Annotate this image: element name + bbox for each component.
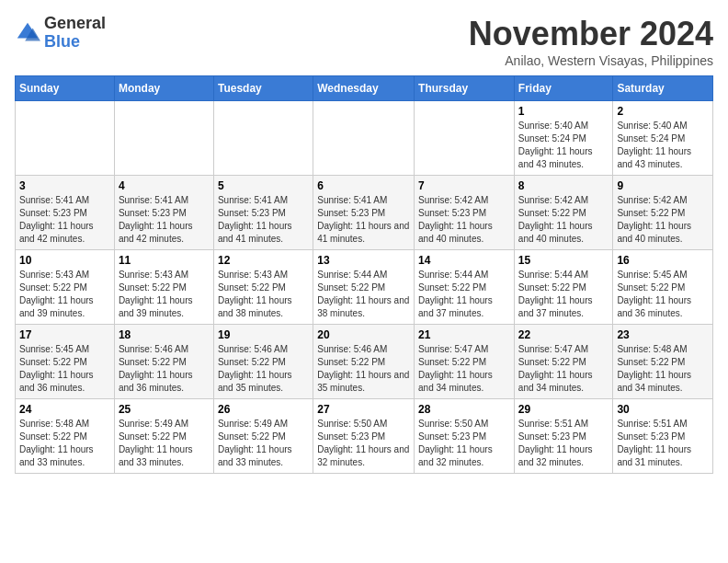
day-info: Sunrise: 5:42 AM Sunset: 5:22 PM Dayligh… bbox=[617, 194, 709, 246]
day-number: 2 bbox=[617, 105, 709, 118]
day-number: 14 bbox=[418, 254, 510, 267]
day-number: 22 bbox=[518, 328, 609, 341]
day-number: 4 bbox=[119, 179, 210, 192]
day-info: Sunrise: 5:50 AM Sunset: 5:23 PM Dayligh… bbox=[418, 418, 510, 469]
day-info: Sunrise: 5:48 AM Sunset: 5:22 PM Dayligh… bbox=[19, 418, 110, 469]
day-info: Sunrise: 5:40 AM Sunset: 5:24 PM Dayligh… bbox=[518, 120, 609, 171]
day-number: 29 bbox=[518, 403, 609, 416]
calendar-cell bbox=[415, 101, 515, 176]
title-area: November 2024 Anilao, Western Visayas, P… bbox=[469, 15, 713, 68]
day-number: 3 bbox=[19, 179, 110, 192]
calendar-cell: 20Sunrise: 5:46 AM Sunset: 5:22 PM Dayli… bbox=[313, 325, 415, 399]
calendar-cell bbox=[114, 101, 213, 176]
calendar-cell: 11Sunrise: 5:43 AM Sunset: 5:22 PM Dayli… bbox=[114, 250, 213, 325]
day-number: 26 bbox=[218, 403, 309, 416]
logo-icon bbox=[15, 20, 40, 46]
weekday-header-row: SundayMondayTuesdayWednesdayThursdayFrid… bbox=[16, 76, 713, 101]
calendar-cell: 30Sunrise: 5:51 AM Sunset: 5:23 PM Dayli… bbox=[613, 399, 713, 474]
day-info: Sunrise: 5:43 AM Sunset: 5:22 PM Dayligh… bbox=[218, 269, 309, 320]
day-info: Sunrise: 5:49 AM Sunset: 5:22 PM Dayligh… bbox=[218, 418, 309, 469]
day-number: 11 bbox=[119, 254, 210, 267]
week-row-2: 3Sunrise: 5:41 AM Sunset: 5:23 PM Daylig… bbox=[16, 176, 713, 250]
day-info: Sunrise: 5:44 AM Sunset: 5:22 PM Dayligh… bbox=[518, 269, 609, 320]
logo-general: General bbox=[44, 15, 106, 33]
day-number: 10 bbox=[19, 254, 110, 267]
weekday-header-thursday: Thursday bbox=[415, 76, 515, 101]
weekday-header-tuesday: Tuesday bbox=[213, 76, 313, 101]
calendar-cell bbox=[213, 101, 313, 176]
calendar-cell: 26Sunrise: 5:49 AM Sunset: 5:22 PM Dayli… bbox=[213, 399, 313, 474]
day-info: Sunrise: 5:49 AM Sunset: 5:22 PM Dayligh… bbox=[119, 418, 210, 469]
day-info: Sunrise: 5:46 AM Sunset: 5:22 PM Dayligh… bbox=[218, 343, 309, 395]
calendar-cell: 2Sunrise: 5:40 AM Sunset: 5:24 PM Daylig… bbox=[613, 101, 713, 176]
day-info: Sunrise: 5:40 AM Sunset: 5:24 PM Dayligh… bbox=[617, 120, 709, 171]
day-number: 8 bbox=[518, 179, 609, 192]
day-number: 5 bbox=[218, 179, 309, 192]
day-info: Sunrise: 5:47 AM Sunset: 5:22 PM Dayligh… bbox=[518, 343, 609, 395]
calendar-cell: 23Sunrise: 5:48 AM Sunset: 5:22 PM Dayli… bbox=[613, 325, 713, 399]
day-info: Sunrise: 5:41 AM Sunset: 5:23 PM Dayligh… bbox=[218, 194, 309, 246]
day-number: 12 bbox=[218, 254, 309, 267]
calendar-cell: 18Sunrise: 5:46 AM Sunset: 5:22 PM Dayli… bbox=[114, 325, 213, 399]
day-info: Sunrise: 5:51 AM Sunset: 5:23 PM Dayligh… bbox=[617, 418, 709, 469]
calendar-cell bbox=[313, 101, 415, 176]
day-number: 20 bbox=[317, 328, 410, 341]
weekday-header-sunday: Sunday bbox=[16, 76, 115, 101]
day-number: 30 bbox=[617, 403, 709, 416]
logo-text: General Blue bbox=[44, 15, 106, 52]
page-header: General Blue November 2024 Anilao, Weste… bbox=[15, 15, 713, 68]
day-info: Sunrise: 5:42 AM Sunset: 5:22 PM Dayligh… bbox=[518, 194, 609, 246]
week-row-4: 17Sunrise: 5:45 AM Sunset: 5:22 PM Dayli… bbox=[16, 325, 713, 399]
day-info: Sunrise: 5:43 AM Sunset: 5:22 PM Dayligh… bbox=[19, 269, 110, 320]
day-number: 6 bbox=[317, 179, 410, 192]
day-info: Sunrise: 5:51 AM Sunset: 5:23 PM Dayligh… bbox=[518, 418, 609, 469]
calendar-cell: 19Sunrise: 5:46 AM Sunset: 5:22 PM Dayli… bbox=[213, 325, 313, 399]
day-number: 24 bbox=[19, 403, 110, 416]
day-number: 1 bbox=[518, 105, 609, 118]
day-info: Sunrise: 5:41 AM Sunset: 5:23 PM Dayligh… bbox=[119, 194, 210, 246]
weekday-header-wednesday: Wednesday bbox=[313, 76, 415, 101]
day-info: Sunrise: 5:44 AM Sunset: 5:22 PM Dayligh… bbox=[418, 269, 510, 320]
weekday-header-friday: Friday bbox=[514, 76, 613, 101]
day-info: Sunrise: 5:41 AM Sunset: 5:23 PM Dayligh… bbox=[19, 194, 110, 246]
week-row-1: 1Sunrise: 5:40 AM Sunset: 5:24 PM Daylig… bbox=[16, 101, 713, 176]
calendar-cell: 16Sunrise: 5:45 AM Sunset: 5:22 PM Dayli… bbox=[613, 250, 713, 325]
calendar-cell: 8Sunrise: 5:42 AM Sunset: 5:22 PM Daylig… bbox=[514, 176, 613, 250]
day-number: 27 bbox=[317, 403, 410, 416]
calendar-cell: 9Sunrise: 5:42 AM Sunset: 5:22 PM Daylig… bbox=[613, 176, 713, 250]
day-number: 18 bbox=[119, 328, 210, 341]
calendar-cell: 13Sunrise: 5:44 AM Sunset: 5:22 PM Dayli… bbox=[313, 250, 415, 325]
day-number: 13 bbox=[317, 254, 410, 267]
day-info: Sunrise: 5:44 AM Sunset: 5:22 PM Dayligh… bbox=[317, 269, 410, 320]
calendar-cell: 17Sunrise: 5:45 AM Sunset: 5:22 PM Dayli… bbox=[16, 325, 115, 399]
location: Anilao, Western Visayas, Philippines bbox=[469, 53, 713, 68]
calendar-cell: 29Sunrise: 5:51 AM Sunset: 5:23 PM Dayli… bbox=[514, 399, 613, 474]
day-info: Sunrise: 5:45 AM Sunset: 5:22 PM Dayligh… bbox=[19, 343, 110, 395]
day-info: Sunrise: 5:50 AM Sunset: 5:23 PM Dayligh… bbox=[317, 418, 410, 469]
day-number: 28 bbox=[418, 403, 510, 416]
calendar-cell: 25Sunrise: 5:49 AM Sunset: 5:22 PM Dayli… bbox=[114, 399, 213, 474]
day-number: 21 bbox=[418, 328, 510, 341]
calendar-cell: 1Sunrise: 5:40 AM Sunset: 5:24 PM Daylig… bbox=[514, 101, 613, 176]
calendar-cell: 10Sunrise: 5:43 AM Sunset: 5:22 PM Dayli… bbox=[16, 250, 115, 325]
day-info: Sunrise: 5:48 AM Sunset: 5:22 PM Dayligh… bbox=[617, 343, 709, 395]
calendar-cell: 6Sunrise: 5:41 AM Sunset: 5:23 PM Daylig… bbox=[313, 176, 415, 250]
calendar-cell: 5Sunrise: 5:41 AM Sunset: 5:23 PM Daylig… bbox=[213, 176, 313, 250]
day-info: Sunrise: 5:42 AM Sunset: 5:23 PM Dayligh… bbox=[418, 194, 510, 246]
calendar-cell: 14Sunrise: 5:44 AM Sunset: 5:22 PM Dayli… bbox=[415, 250, 515, 325]
weekday-header-monday: Monday bbox=[114, 76, 213, 101]
month-title: November 2024 bbox=[469, 15, 713, 53]
calendar-cell: 7Sunrise: 5:42 AM Sunset: 5:23 PM Daylig… bbox=[415, 176, 515, 250]
day-number: 17 bbox=[19, 328, 110, 341]
day-number: 19 bbox=[218, 328, 309, 341]
day-number: 9 bbox=[617, 179, 709, 192]
calendar-cell: 21Sunrise: 5:47 AM Sunset: 5:22 PM Dayli… bbox=[415, 325, 515, 399]
day-number: 16 bbox=[617, 254, 709, 267]
calendar-table: SundayMondayTuesdayWednesdayThursdayFrid… bbox=[15, 75, 713, 474]
day-number: 25 bbox=[119, 403, 210, 416]
calendar-cell: 12Sunrise: 5:43 AM Sunset: 5:22 PM Dayli… bbox=[213, 250, 313, 325]
day-info: Sunrise: 5:47 AM Sunset: 5:22 PM Dayligh… bbox=[418, 343, 510, 395]
day-info: Sunrise: 5:46 AM Sunset: 5:22 PM Dayligh… bbox=[317, 343, 410, 395]
week-row-5: 24Sunrise: 5:48 AM Sunset: 5:22 PM Dayli… bbox=[16, 399, 713, 474]
day-number: 23 bbox=[617, 328, 709, 341]
